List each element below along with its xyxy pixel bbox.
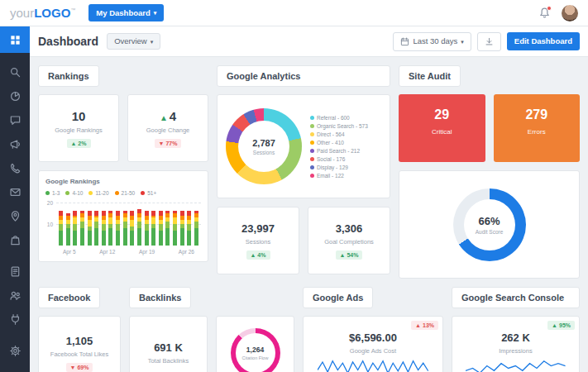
legend-item: 11-20 <box>88 190 108 196</box>
legend-dot <box>45 191 50 195</box>
facebook-likes-card: 1,105 Facebook Total Likes ▼ 69% <box>38 316 121 372</box>
ranking-bar <box>59 211 63 246</box>
donut-center: 1,264 Citation Flow <box>236 333 275 372</box>
google-change-stat-card: ▲4 Google Change ▼ 77% <box>127 94 208 162</box>
widgets-row-1: Rankings 10 Google Rankings ▲ 2% ▲4 Goog… <box>38 65 580 279</box>
chevron-down-icon: ▾ <box>461 39 464 45</box>
stat-value: $6,596.00 <box>349 331 397 344</box>
edit-dashboard-button[interactable]: Edit Dashboard <box>507 32 580 50</box>
sidebar-item-messages[interactable] <box>0 108 30 132</box>
legend-item: Paid Search - 212 <box>310 148 368 154</box>
sidebar-item-ecommerce[interactable] <box>0 228 30 252</box>
legend-item: 21-50 <box>115 190 136 196</box>
stat-value: ▲4 <box>160 109 176 123</box>
stat-label: Google Ads Cost <box>350 347 396 355</box>
legend-item: 51+ <box>141 190 156 196</box>
sidebar-item-rankings[interactable] <box>0 84 30 108</box>
legend-item: 1-3 <box>45 190 60 196</box>
stat-value: 10 <box>72 109 86 123</box>
grid-icon <box>9 34 22 46</box>
section-title-google-analytics: Google Analytics <box>217 65 390 87</box>
my-dashboard-label: My Dashboard <box>96 9 150 17</box>
alert-label: Critical <box>402 128 482 136</box>
envelope-icon <box>9 186 22 198</box>
legend-dot <box>310 157 314 161</box>
legend-label: 21-50 <box>122 190 136 196</box>
sidebar-item-team[interactable] <box>0 284 30 308</box>
google-rankings-chart-card: Google Rankings 1-3 4-10 11-20 21-50 51+… <box>38 170 208 262</box>
legend-label: Display - 129 <box>317 165 348 170</box>
chevron-down-icon: ▾ <box>151 39 154 45</box>
sidebar-item-calls[interactable] <box>0 156 30 180</box>
section-title-backlinks: Backlinks <box>129 287 191 308</box>
y-tick: 20 <box>47 200 53 206</box>
impressions-card: ▲ 95% 262 K Impressions <box>452 316 580 372</box>
logo-trademark: ™ <box>70 7 75 12</box>
ranking-bar <box>137 209 141 246</box>
plug-icon <box>9 313 22 326</box>
dashboard-content: Rankings 10 Google Rankings ▲ 2% ▲4 Goog… <box>30 57 588 372</box>
date-range-button[interactable]: Last 30 days ▾ <box>393 32 471 51</box>
my-dashboard-button[interactable]: My Dashboard ▾ <box>88 4 164 22</box>
legend-label: 4-10 <box>72 190 83 196</box>
x-tick: Apr 12 <box>99 249 115 255</box>
change-badge: ▲ 4% <box>246 250 270 260</box>
user-avatar[interactable] <box>562 5 578 21</box>
notification-dot <box>547 6 552 11</box>
notifications-button[interactable] <box>538 7 552 20</box>
x-tick: Apr 26 <box>179 249 194 255</box>
legend-item: Direct - 564 <box>310 131 368 137</box>
main-area: Dashboard Overview ▾ Last 30 days ▾ Edit… <box>30 26 588 372</box>
section-title-google-search-console: Google Search Console <box>452 287 580 308</box>
rankings-bar-chart: 20 10 <box>45 203 201 246</box>
edit-dashboard-label: Edit Dashboard <box>514 37 572 45</box>
change-badge: ▲ 54% <box>336 250 363 260</box>
legend-item: Other - 410 <box>310 140 368 145</box>
ranking-bar <box>173 211 177 246</box>
legend-label: Social - 176 <box>317 156 345 162</box>
sidebar-item-integrations[interactable] <box>0 308 30 331</box>
download-button[interactable] <box>477 32 501 51</box>
legend-dot <box>310 141 314 145</box>
sidebar-item-reports[interactable] <box>0 260 30 284</box>
alert-label: Errors <box>497 128 577 136</box>
sidebar-item-search[interactable] <box>0 60 30 84</box>
sidebar-item-email[interactable] <box>0 180 30 204</box>
search-icon <box>9 66 22 79</box>
audit-score-card: 66% Audit Score <box>399 170 580 279</box>
legend-dot <box>65 191 69 195</box>
total-backlinks-card: 691 K Total Backlinks <box>129 316 208 372</box>
sidebar-item-campaigns[interactable] <box>0 132 30 156</box>
overview-dropdown[interactable]: Overview ▾ <box>107 33 160 50</box>
ranking-bar <box>130 211 134 246</box>
sidebar-item-settings[interactable] <box>0 339 30 363</box>
sidebar-item-dashboard[interactable] <box>0 26 30 53</box>
alert-value: 279 <box>497 107 577 122</box>
header-actions <box>538 5 578 21</box>
citation-flow-gauge: 1,264 Citation Flow <box>231 328 280 372</box>
legend-item: Email - 122 <box>310 173 368 179</box>
logo-text-logo: LOGO <box>34 6 70 20</box>
stat-value: 691 K <box>154 341 183 354</box>
legend-item: Organic Search - 573 <box>310 123 368 129</box>
ranking-bar <box>66 213 70 246</box>
y-axis: 20 10 <box>45 203 56 246</box>
legend-label: Paid Search - 212 <box>317 148 360 154</box>
donut-chart-icon <box>9 90 22 103</box>
goal-completions-stat-card: 3,306 Goal Completions ▲ 54% <box>308 207 390 274</box>
legend-label: Direct - 564 <box>317 131 345 137</box>
legend-label: 1-3 <box>52 190 60 196</box>
backlinks-cards: 691 K Total Backlinks 1,264 Citation Flo… <box>129 316 294 372</box>
stat-label: Google Change <box>146 126 190 134</box>
up-arrow-icon: ▲ <box>160 113 168 122</box>
chart-title: Google Rankings <box>45 178 201 185</box>
sessions-donut-card: 2,787 Sessions Referral - 600 Organic Se… <box>217 94 390 198</box>
stat-number: 4 <box>170 109 176 123</box>
stat-value: 3,306 <box>336 222 363 235</box>
change-badge: ▲ 95% <box>547 321 575 330</box>
legend-dot <box>310 165 314 169</box>
gear-icon <box>9 345 22 357</box>
section-title-google-ads: Google Ads <box>303 287 373 308</box>
sidebar-item-local-seo[interactable] <box>0 204 30 228</box>
errors-alert-card: 279 Errors <box>494 94 581 162</box>
